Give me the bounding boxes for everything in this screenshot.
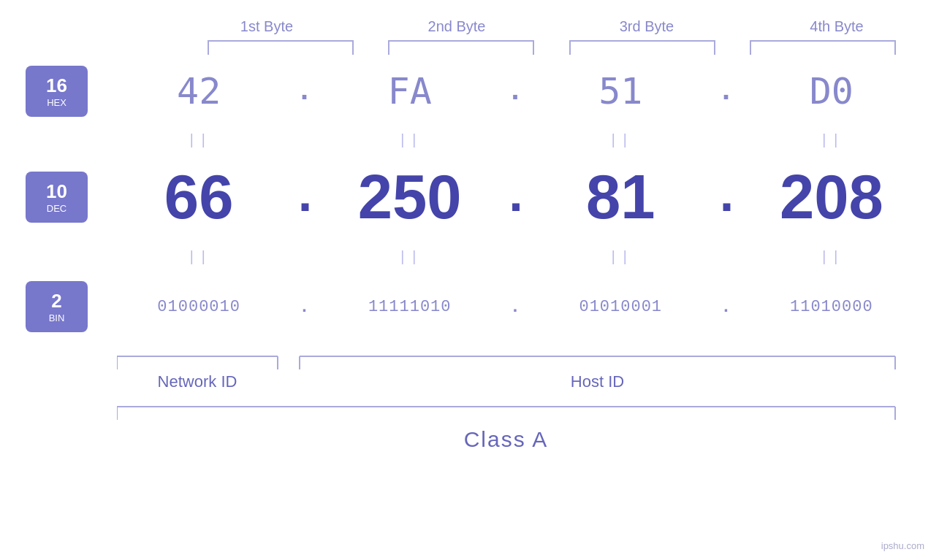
dot-bin-2: . (501, 297, 530, 317)
hex-base-label: 16 HEX (26, 66, 88, 117)
byte-headers-row: 1st Byte 2nd Byte 3rd Byte 4th Byte (99, 18, 913, 35)
hex-base-text: HEX (47, 97, 66, 108)
class-label: Class A (117, 427, 895, 452)
equals-1-4: || (759, 132, 905, 149)
dec-base-label: 10 DEC (26, 172, 88, 223)
dec-val-3: 81 (547, 161, 693, 233)
hex-val-4: D0 (759, 70, 905, 112)
equals-2-3: || (547, 249, 693, 266)
bin-val-2: 11111010 (337, 298, 483, 316)
hex-val-3: 51 (547, 70, 693, 112)
top-brackets (190, 40, 913, 55)
dec-val-4: 208 (759, 161, 905, 233)
bin-base-label: 2 BIN (26, 281, 88, 332)
equals-2-4: || (759, 249, 905, 266)
header-1st-byte: 1st Byte (194, 18, 340, 35)
bracket-top-1 (208, 40, 354, 55)
dot-bin-3: . (712, 297, 741, 317)
hex-val-2: FA (337, 70, 483, 112)
page-container: 1st Byte 2nd Byte 3rd Byte 4th Byte 16 H… (0, 0, 939, 560)
bin-val-3: 01010001 (547, 298, 693, 316)
equals-row-1: || || || || (117, 128, 913, 153)
bin-row: 2 BIN 01000010 . 11111010 . 01010001 . 1… (26, 274, 913, 340)
header-4th-byte: 4th Byte (764, 18, 910, 35)
bin-base-num: 2 (51, 290, 61, 312)
dot-dec-3: . (712, 169, 741, 226)
bin-val-4: 11010000 (759, 298, 905, 316)
equals-1-3: || (547, 132, 693, 149)
dot-dec-1: . (289, 169, 319, 226)
bracket-top-4 (750, 40, 896, 55)
dot-bin-1: . (289, 297, 319, 317)
network-id-label: Network ID (117, 372, 278, 391)
host-id-label: Host ID (300, 372, 895, 391)
dot-hex-2: . (501, 75, 530, 108)
dec-val-2: 250 (337, 161, 483, 233)
equals-1-1: || (126, 132, 272, 149)
hex-row: 16 HEX 42 . FA . 51 . D0 (26, 62, 913, 120)
equals-1-2: || (337, 132, 483, 149)
bin-val-1: 01000010 (126, 298, 272, 316)
dec-row: 10 DEC 66 . 250 . 81 . 208 (26, 157, 913, 237)
dec-base-num: 10 (46, 180, 67, 203)
equals-row-2: || || || || (117, 245, 913, 270)
header-2nd-byte: 2nd Byte (384, 18, 530, 35)
class-bracket-svg (117, 405, 913, 427)
dot-hex-1: . (289, 75, 319, 108)
bracket-top-3 (569, 40, 715, 55)
equals-2-2: || (337, 249, 483, 266)
bin-base-text: BIN (49, 312, 65, 323)
equals-2-1: || (126, 249, 272, 266)
watermark: ipshu.com (881, 540, 924, 551)
hex-base-num: 16 (46, 74, 67, 97)
dot-hex-3: . (712, 75, 741, 108)
dec-base-text: DEC (47, 203, 66, 214)
dot-dec-2: . (501, 169, 530, 226)
bracket-top-2 (388, 40, 534, 55)
dec-val-1: 66 (126, 161, 272, 233)
hex-val-1: 42 (126, 70, 272, 112)
header-3rd-byte: 3rd Byte (574, 18, 720, 35)
